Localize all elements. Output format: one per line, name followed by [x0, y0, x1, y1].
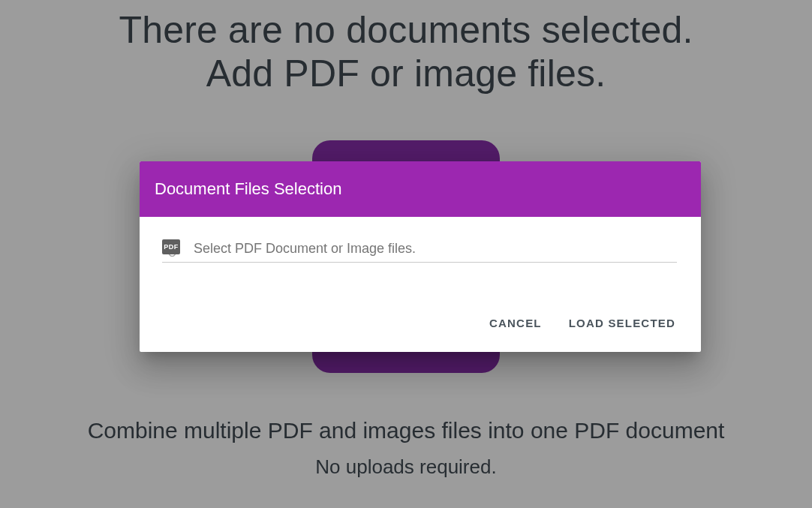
file-selection-dialog: Document Files Selection PDF CANCEL LOAD… — [140, 161, 701, 352]
file-select-input[interactable] — [194, 238, 677, 263]
dialog-title: Document Files Selection — [140, 161, 701, 217]
dialog-actions: CANCEL LOAD SELECTED — [140, 269, 701, 352]
dialog-body: PDF — [140, 217, 701, 269]
input-underline — [162, 262, 677, 263]
load-selected-button[interactable]: LOAD SELECTED — [564, 311, 680, 335]
pdf-icon: PDF — [162, 239, 180, 254]
cancel-button[interactable]: CANCEL — [485, 311, 546, 335]
file-input-container[interactable]: PDF — [194, 238, 677, 263]
